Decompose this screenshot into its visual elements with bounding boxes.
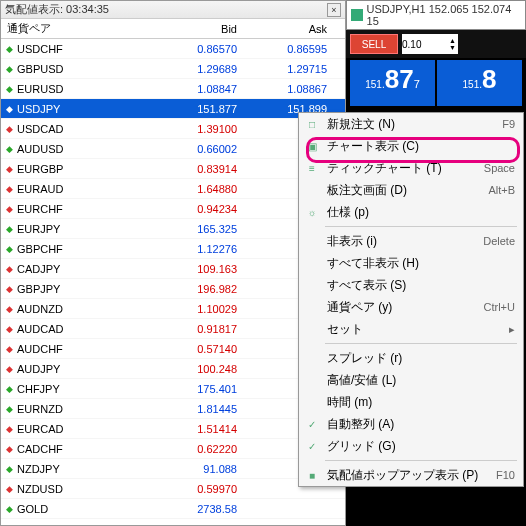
bid-value: 0.91817 xyxy=(151,323,243,335)
menu-item[interactable]: スプレッド (r) xyxy=(299,347,523,369)
direction-icon: ◆ xyxy=(1,164,17,174)
menu-item-shortcut: Ctrl+U xyxy=(484,301,515,313)
menu-item[interactable]: セット▸ xyxy=(299,318,523,340)
quote-row-euraud[interactable]: ◆EURAUD1.64880 xyxy=(1,179,345,199)
quote-row-eurnzd[interactable]: ◆EURNZD1.81445 xyxy=(1,399,345,419)
menu-item[interactable]: 通貨ペア (y)Ctrl+U xyxy=(299,296,523,318)
quantity-stepper[interactable]: 0.10 ▲▼ xyxy=(402,34,458,54)
ask-value: 1.08867 xyxy=(243,83,335,95)
quote-row-audcad[interactable]: ◆AUDCAD0.91817 xyxy=(1,319,345,339)
header-bid[interactable]: Bid xyxy=(151,23,243,35)
menu-item[interactable]: ✓自動整列 (A) xyxy=(299,413,523,435)
quote-row-nzdjpy[interactable]: ◆NZDJPY91.088 xyxy=(1,459,345,479)
menu-item[interactable]: すべて非表示 (H) xyxy=(299,252,523,274)
menu-item-icon xyxy=(303,394,321,410)
quote-rows: ◆USDCHF0.865700.86595◆GBPUSD1.296891.297… xyxy=(1,39,345,519)
quote-row-audchf[interactable]: ◆AUDCHF0.57140 xyxy=(1,339,345,359)
menu-item-label: チャート表示 (C) xyxy=(321,138,515,155)
quote-row-chfjpy[interactable]: ◆CHFJPY175.401 xyxy=(1,379,345,399)
bid-value: 0.66002 xyxy=(151,143,243,155)
pair-name: USDJPY xyxy=(17,103,151,115)
menu-separator xyxy=(325,343,517,344)
quote-row-gbpchf[interactable]: ◆GBPCHF1.12276 xyxy=(1,239,345,259)
bid-value: 1.81445 xyxy=(151,403,243,415)
menu-item[interactable]: 時間 (m) xyxy=(299,391,523,413)
menu-item[interactable]: すべて表示 (S) xyxy=(299,274,523,296)
menu-item-icon xyxy=(303,350,321,366)
quote-row-eurcad[interactable]: ◆EURCAD1.51414 xyxy=(1,419,345,439)
menu-item-icon xyxy=(303,299,321,315)
menu-item-label: グリッド (G) xyxy=(321,438,515,455)
bid-value: 1.51414 xyxy=(151,423,243,435)
quote-row-usdcad[interactable]: ◆USDCAD1.39100 xyxy=(1,119,345,139)
menu-item[interactable]: 高値/安値 (L) xyxy=(299,369,523,391)
menu-item[interactable]: ✓グリッド (G) xyxy=(299,435,523,457)
market-watch-panel: 気配値表示: 03:34:35 × 通貨ペア Bid Ask ◆USDCHF0.… xyxy=(0,0,346,526)
quote-row-audjpy[interactable]: ◆AUDJPY100.248 xyxy=(1,359,345,379)
bid-value: 1.39100 xyxy=(151,123,243,135)
quote-row-gbpjpy[interactable]: ◆GBPJPY196.982 xyxy=(1,279,345,299)
pair-name: EURCHF xyxy=(17,203,151,215)
quote-row-eurusd[interactable]: ◆EURUSD1.088471.08867 xyxy=(1,79,345,99)
spinner-icon: ▲▼ xyxy=(449,37,458,51)
menu-item[interactable]: ☼仕様 (p) xyxy=(299,201,523,223)
bid-value: 1.64880 xyxy=(151,183,243,195)
direction-icon: ◆ xyxy=(1,344,17,354)
quote-row-gold[interactable]: ◆GOLD2738.58 xyxy=(1,499,345,519)
pair-name: NZDJPY xyxy=(17,463,151,475)
bid-value: 175.401 xyxy=(151,383,243,395)
bid-price-tile[interactable]: 151. 87 7 xyxy=(350,60,435,106)
quote-row-usdjpy[interactable]: ◆USDJPY151.877151.899 xyxy=(1,99,345,119)
direction-icon: ◆ xyxy=(1,504,17,514)
quote-row-eurjpy[interactable]: ◆EURJPY165.325 xyxy=(1,219,345,239)
quote-row-nzdusd[interactable]: ◆NZDUSD0.59970 xyxy=(1,479,345,499)
quote-row-audnzd[interactable]: ◆AUDNZD1.10029 xyxy=(1,299,345,319)
menu-item[interactable]: 板注文画面 (D)Alt+B xyxy=(299,179,523,201)
quote-row-gbpusd[interactable]: ◆GBPUSD1.296891.29715 xyxy=(1,59,345,79)
bid-value: 196.982 xyxy=(151,283,243,295)
menu-item[interactable]: ■気配値ポップアップ表示 (P)F10 xyxy=(299,464,523,486)
bid-value: 1.12276 xyxy=(151,243,243,255)
ask-value: 1.29715 xyxy=(243,63,335,75)
menu-item-icon xyxy=(303,372,321,388)
menu-item-icon: ☼ xyxy=(303,204,321,220)
menu-item[interactable]: 非表示 (i)Delete xyxy=(299,230,523,252)
direction-icon: ◆ xyxy=(1,424,17,434)
menu-item-label: 気配値ポップアップ表示 (P) xyxy=(321,467,496,484)
direction-icon: ◆ xyxy=(1,264,17,274)
header-pair[interactable]: 通貨ペア xyxy=(1,21,151,36)
quote-row-cadjpy[interactable]: ◆CADJPY109.163 xyxy=(1,259,345,279)
menu-item-icon: ■ xyxy=(303,467,321,483)
menu-separator xyxy=(325,226,517,227)
ask-price-tile[interactable]: 151. 8 xyxy=(437,60,522,106)
menu-separator xyxy=(325,460,517,461)
quote-row-cadchf[interactable]: ◆CADCHF0.62220 xyxy=(1,439,345,459)
close-button[interactable]: × xyxy=(327,3,341,17)
bid-value: 0.94234 xyxy=(151,203,243,215)
menu-item[interactable]: ▣チャート表示 (C) xyxy=(299,135,523,157)
sell-button[interactable]: SELL xyxy=(350,34,398,54)
menu-item[interactable]: ≡ティックチャート (T)Space xyxy=(299,157,523,179)
quote-row-usdchf[interactable]: ◆USDCHF0.865700.86595 xyxy=(1,39,345,59)
menu-item[interactable]: □新規注文 (N)F9 xyxy=(299,113,523,135)
header-ask[interactable]: Ask xyxy=(243,23,335,35)
chart-title: USDJPY,H1 152.065 152.074 15 xyxy=(367,3,521,27)
menu-item-shortcut: Delete xyxy=(483,235,515,247)
direction-icon: ◆ xyxy=(1,64,17,74)
close-icon: × xyxy=(331,5,336,15)
bid-value: 0.57140 xyxy=(151,343,243,355)
pair-name: CADJPY xyxy=(17,263,151,275)
menu-item-icon: ▣ xyxy=(303,138,321,154)
table-header: 通貨ペア Bid Ask xyxy=(1,19,345,39)
quote-row-eurchf[interactable]: ◆EURCHF0.94234 xyxy=(1,199,345,219)
quote-row-audusd[interactable]: ◆AUDUSD0.66002 xyxy=(1,139,345,159)
quote-row-eurgbp[interactable]: ◆EURGBP0.83914 xyxy=(1,159,345,179)
pair-name: GBPUSD xyxy=(17,63,151,75)
direction-icon: ◆ xyxy=(1,444,17,454)
menu-item-icon: ✓ xyxy=(303,438,321,454)
pair-name: GOLD xyxy=(17,503,151,515)
bid-value: 91.088 xyxy=(151,463,243,475)
direction-icon: ◆ xyxy=(1,384,17,394)
bid-value: 0.62220 xyxy=(151,443,243,455)
menu-item-label: すべて非表示 (H) xyxy=(321,255,515,272)
